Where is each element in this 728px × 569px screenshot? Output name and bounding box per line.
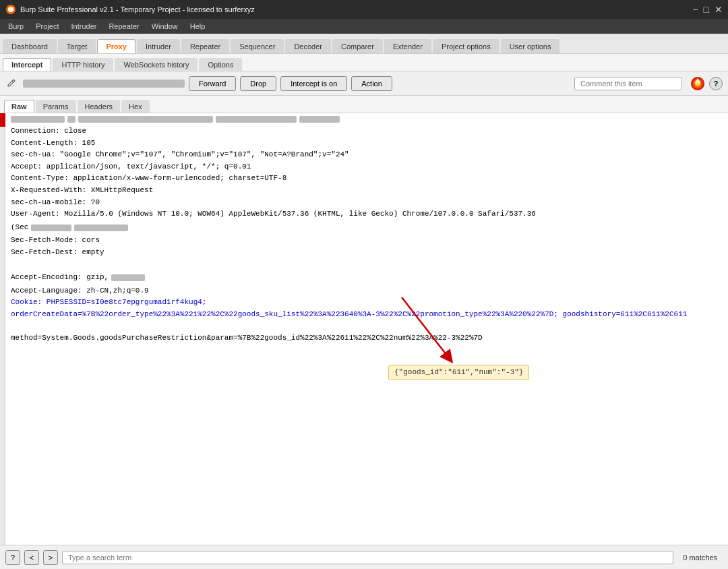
- left-sidebar: [0, 113, 5, 569]
- http-line-6: sec-ch-ua-mobile: ?0: [11, 197, 723, 209]
- burp-logo-icon: [690, 76, 705, 91]
- close-button[interactable]: ✕: [715, 4, 723, 15]
- svg-line-2: [12, 81, 13, 82]
- redacted-first-line: [11, 116, 723, 123]
- subtab-intercept[interactable]: Intercept: [3, 58, 51, 71]
- intercept-toggle-button[interactable]: Intercept is on: [280, 76, 347, 91]
- maximize-button[interactable]: □: [704, 4, 709, 15]
- next-match-button[interactable]: >: [43, 550, 58, 565]
- menu-intruder[interactable]: Intruder: [66, 21, 102, 32]
- forward-button[interactable]: Forward: [189, 76, 236, 91]
- left-bar-indicator: [0, 113, 5, 127]
- menu-window[interactable]: Window: [146, 21, 183, 32]
- tab-decoder[interactable]: Decoder: [285, 39, 331, 53]
- menu-bar: Burp Project Intruder Repeater Window He…: [0, 19, 728, 34]
- http-line-2: sec-ch-ua: "Google Chrome";v="107", "Chr…: [11, 149, 723, 161]
- json-tooltip: {"goods_id":"611","num":"-3"}: [388, 365, 529, 381]
- tab-proxy[interactable]: Proxy: [97, 39, 135, 53]
- http-line-method: method=System.Goods.goodsPurchaseRestric…: [11, 332, 723, 345]
- http-content-area[interactable]: Connection: close Content-Length: 105 se…: [5, 113, 728, 569]
- intercept-toolbar: Forward Drop Intercept is on Action ?: [0, 71, 728, 96]
- help-nav-button[interactable]: ?: [5, 550, 20, 565]
- http-line-1: Content-Length: 105: [11, 138, 723, 150]
- menu-project[interactable]: Project: [30, 21, 64, 32]
- req-tab-params[interactable]: Params: [36, 100, 76, 113]
- request-view-tabs: Raw Params Headers Hex: [0, 96, 728, 113]
- subtab-websockets-history[interactable]: WebSockets history: [115, 58, 198, 71]
- tab-dashboard[interactable]: Dashboard: [3, 39, 57, 53]
- svg-point-1: [8, 7, 13, 12]
- tab-intruder[interactable]: Intruder: [137, 39, 180, 53]
- http-line-accept-lang: Accept-Language: zh-CN,zh;q=0.9: [11, 285, 723, 297]
- redacted-url-bar: [23, 80, 185, 88]
- http-line-5: X-Requested-With: XMLHttpRequest: [11, 185, 723, 197]
- window-title: Burp Suite Professional v2.1 - Temporary…: [5, 4, 255, 15]
- tab-user-options[interactable]: User options: [501, 39, 560, 53]
- http-line-order: orderCreateData=%7B%22order_type%22%3A%2…: [11, 309, 723, 321]
- search-bar: ? < > 0 matches: [0, 545, 728, 569]
- minimize-button[interactable]: −: [692, 4, 698, 15]
- http-line-0: Connection: close: [11, 125, 723, 138]
- action-button[interactable]: Action: [351, 76, 392, 91]
- drop-button[interactable]: Drop: [240, 76, 276, 91]
- http-line-7: User-Agent: Mozilla/5.0 (Windows NT 10.0…: [11, 208, 723, 220]
- http-line-3: Accept: application/json, text/javascrip…: [11, 161, 723, 173]
- edit-icon[interactable]: [5, 78, 16, 89]
- tab-extender[interactable]: Extender: [384, 39, 431, 53]
- http-line-empty: [11, 259, 723, 271]
- help-button[interactable]: ?: [709, 77, 723, 90]
- req-tab-hex[interactable]: Hex: [121, 100, 150, 113]
- comment-input[interactable]: [574, 77, 682, 90]
- content-wrapper: Connection: close Content-Length: 105 se…: [0, 113, 728, 569]
- tab-sequencer[interactable]: Sequencer: [231, 39, 284, 53]
- title-text: Burp Suite Professional v2.1 - Temporary…: [20, 5, 255, 13]
- tab-project-options[interactable]: Project options: [433, 39, 499, 53]
- window-controls[interactable]: − □ ✕: [692, 4, 723, 15]
- tab-comparer[interactable]: Comparer: [332, 39, 383, 53]
- app-icon: [5, 4, 16, 15]
- menu-burp[interactable]: Burp: [3, 21, 29, 32]
- req-tab-headers[interactable]: Headers: [78, 100, 121, 113]
- redacted-platform-line: (Sec: [11, 222, 723, 234]
- search-input[interactable]: [62, 551, 673, 564]
- tab-repeater[interactable]: Repeater: [181, 39, 229, 53]
- menu-help[interactable]: Help: [185, 21, 211, 32]
- main-wrapper: Dashboard Target Proxy Intruder Repeater…: [0, 34, 728, 569]
- tab-target[interactable]: Target: [58, 39, 96, 53]
- sub-tab-bar: Intercept HTTP history WebSockets histor…: [0, 54, 728, 71]
- red-arrow-svg: [388, 291, 469, 371]
- title-bar: Burp Suite Professional v2.1 - Temporary…: [0, 0, 728, 19]
- top-tab-bar: Dashboard Target Proxy Intruder Repeater…: [0, 34, 728, 54]
- redacted-encoding-line: Accept-Encoding: gzip,: [11, 272, 723, 284]
- http-line-sec-fetch-dest: Sec-Fetch-Dest: empty: [11, 247, 723, 259]
- http-line-cookie: Cookie: PHPSESSID=sI0e8tc7epgrgumad1rf4k…: [11, 297, 723, 309]
- http-line-4: Content-Type: application/x-www-form-url…: [11, 173, 723, 185]
- http-line-empty2: [11, 321, 723, 333]
- req-tab-raw[interactable]: Raw: [4, 100, 34, 113]
- match-count: 0 matches: [677, 553, 723, 562]
- subtab-http-history[interactable]: HTTP history: [53, 58, 113, 71]
- http-line-sec-fetch-mode: Sec-Fetch-Mode: cors: [11, 235, 723, 247]
- menu-repeater[interactable]: Repeater: [103, 21, 144, 32]
- prev-match-button[interactable]: <: [24, 550, 39, 565]
- subtab-options[interactable]: Options: [199, 58, 242, 71]
